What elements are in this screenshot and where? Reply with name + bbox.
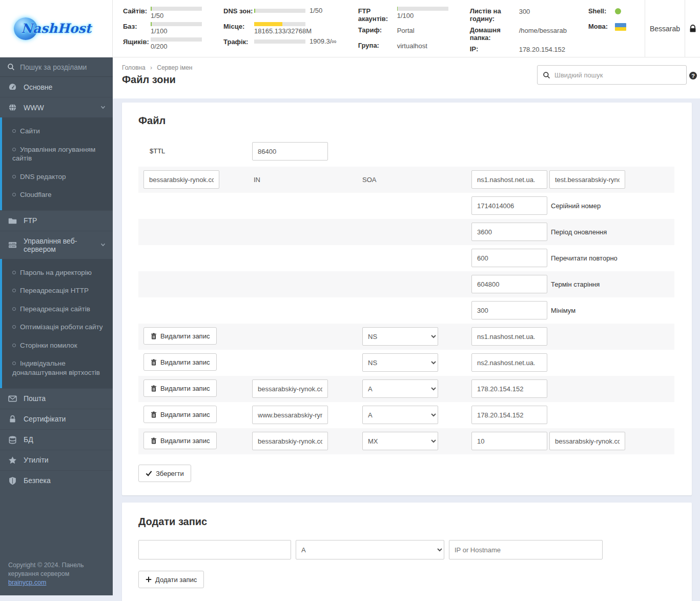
- save-button[interactable]: Зберегти: [138, 465, 191, 482]
- sidebar-footer: Copyright © 2024. Панель керування серве…: [0, 555, 113, 595]
- main-content: Файл $TTL IN SOA Серійний номер: [113, 98, 700, 601]
- trash-icon: [151, 437, 157, 444]
- trash-icon: [151, 333, 157, 339]
- delete-record-button[interactable]: Видалити запис: [143, 406, 217, 423]
- expire-input[interactable]: [471, 275, 547, 293]
- logout-lock-icon[interactable]: [685, 0, 700, 57]
- record-type-select[interactable]: MX: [362, 432, 438, 450]
- lock-icon: [8, 415, 17, 424]
- sidebar-item-main[interactable]: Основне: [0, 77, 113, 97]
- minimum-input[interactable]: [471, 301, 547, 319]
- stat-sites: Сайтів: 1/50: [123, 7, 202, 19]
- help-icon[interactable]: ?: [689, 72, 697, 79]
- delete-record-button[interactable]: Видалити запис: [143, 353, 217, 371]
- sidebar-subitem-site-logging[interactable]: Управління логуванням сайтів: [2, 141, 113, 168]
- retry-input[interactable]: [471, 249, 547, 267]
- page-header: Головна › Сервер імен Файл зони ?: [113, 57, 700, 98]
- record-name-input[interactable]: [252, 432, 328, 450]
- sidebar-subitem-site-optimization[interactable]: Оптимізація роботи сайту: [2, 318, 113, 336]
- breadcrumb-home[interactable]: Головна: [122, 64, 146, 71]
- stat-ftp-accounts: FTP акаунтів: 1/100: [358, 7, 448, 23]
- soa-email-input[interactable]: [549, 170, 625, 189]
- record-type-select[interactable]: A: [362, 406, 438, 424]
- sidebar-item-label: Сертифікати: [24, 415, 66, 423]
- check-icon: [146, 470, 152, 476]
- delete-record-button[interactable]: Видалити запис: [143, 327, 217, 345]
- sidebar-item-ftp[interactable]: FTP: [0, 210, 113, 231]
- add-record-button[interactable]: Додати запис: [138, 571, 204, 588]
- sidebar-item-label: Пошта: [24, 394, 46, 403]
- sidebar-item-utilities[interactable]: Утиліти: [0, 450, 113, 470]
- sidebar-subitem-dns-editor[interactable]: DNS редактор: [2, 168, 113, 186]
- stat-value: 1/100: [397, 12, 448, 19]
- breadcrumb-separator: ›: [150, 64, 152, 71]
- soa-type-label: SOA: [362, 176, 376, 184]
- progress-track: [254, 9, 305, 13]
- record-priority-input[interactable]: [471, 432, 547, 450]
- add-record-form: A: [138, 540, 674, 559]
- record-name-input[interactable]: [252, 406, 328, 424]
- sidebar-subitem-error-pages[interactable]: Сторінки помилок: [2, 336, 113, 355]
- delete-record-button[interactable]: Видалити запис: [143, 379, 217, 397]
- sidebar-item-certificates[interactable]: Сертифікати: [0, 409, 113, 429]
- record-value-input[interactable]: [471, 379, 547, 398]
- ttl-input[interactable]: [252, 142, 328, 161]
- search-icon: [543, 71, 550, 79]
- bullet-icon: [12, 148, 16, 151]
- www-submenu: Сайти Управління логуванням сайтів DNS р…: [0, 117, 113, 210]
- stat-value: 1/50: [151, 12, 202, 19]
- ukraine-flag-icon[interactable]: [615, 23, 626, 31]
- record-type-select[interactable]: NS: [362, 353, 438, 372]
- sidebar-subitem-http-redirect[interactable]: Переадресація HTTP: [2, 282, 113, 300]
- globe-icon: [8, 103, 17, 112]
- plus-icon: [146, 576, 152, 583]
- param-label: Перечитати повторно: [551, 254, 617, 262]
- chevron-down-icon: [100, 104, 106, 112]
- sidebar-subitem-dir-password[interactable]: Пароль на директорію: [2, 264, 113, 282]
- user-menu[interactable]: Bessarab: [645, 0, 685, 57]
- soa-class-label: IN: [254, 176, 260, 184]
- progress-fill: [254, 9, 255, 13]
- sidebar-subitem-site-redirect[interactable]: Переадресація сайтів: [2, 300, 113, 318]
- soa-name-input[interactable]: [143, 170, 219, 189]
- record-name-input[interactable]: [252, 379, 328, 398]
- sidebar-subitem-cloudflare[interactable]: Cloudflare: [2, 186, 113, 204]
- refresh-input[interactable]: [471, 223, 547, 241]
- serial-input[interactable]: [471, 196, 547, 215]
- progress-track: [254, 39, 305, 44]
- quick-search-input[interactable]: [554, 71, 681, 79]
- new-record-name-input[interactable]: [138, 540, 291, 559]
- a-record-row: Видалити запис A: [138, 376, 674, 402]
- record-type-select[interactable]: A: [362, 379, 438, 398]
- record-value-input[interactable]: [471, 353, 547, 372]
- stat-group: Група: virtualhost: [358, 41, 448, 54]
- record-value-input[interactable]: [471, 327, 547, 346]
- new-record-value-input[interactable]: [449, 540, 603, 559]
- sidebar-subitem-sites[interactable]: Сайти: [2, 122, 113, 141]
- sidebar-item-www[interactable]: WWW: [0, 97, 113, 117]
- record-target-input[interactable]: [549, 432, 625, 450]
- add-record-heading: Додати запис: [138, 516, 674, 528]
- sidebar-search-input[interactable]: [20, 63, 113, 71]
- record-type-select[interactable]: NS: [362, 327, 438, 346]
- new-record-type-select[interactable]: A: [296, 540, 444, 559]
- logo-cell: NashHost: [0, 0, 113, 57]
- sidebar-item-databases[interactable]: БД: [0, 429, 113, 450]
- progress-track: [254, 22, 305, 26]
- stat-value: /home/bessarab: [519, 26, 567, 34]
- nashhost-logo[interactable]: NashHost: [21, 21, 91, 36]
- delete-record-button[interactable]: Видалити запис: [143, 432, 217, 449]
- sidebar-item-label: Утиліти: [24, 456, 49, 464]
- stat-tariff: Тариф: Portal: [358, 26, 448, 38]
- sidebar-item-mail[interactable]: Пошта: [0, 388, 113, 409]
- sidebar-item-security[interactable]: Безпека: [0, 470, 113, 491]
- record-value-input[interactable]: [471, 406, 547, 424]
- sidebar-item-webserver[interactable]: Управління веб-сервером: [0, 231, 113, 259]
- stat-mail-per-hour: Листів на годину: 300: [470, 7, 567, 23]
- breadcrumb-section[interactable]: Сервер імен: [157, 64, 192, 71]
- brainycp-link[interactable]: brainycp.com: [8, 579, 46, 586]
- stat-disk: Місце: 18165.133/32768M: [223, 22, 337, 35]
- envelope-icon: [8, 394, 17, 403]
- sidebar-subitem-vhost-custom[interactable]: Індивідуальне доналаштування віртхостів: [2, 354, 113, 382]
- soa-primary-ns-input[interactable]: [471, 170, 547, 189]
